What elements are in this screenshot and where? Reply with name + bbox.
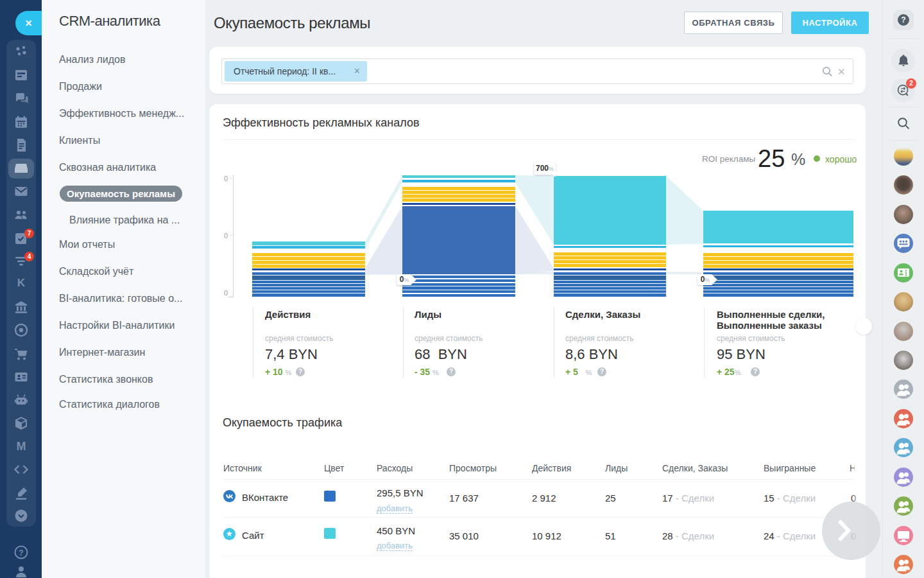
svg-text:?: ? <box>19 548 23 557</box>
